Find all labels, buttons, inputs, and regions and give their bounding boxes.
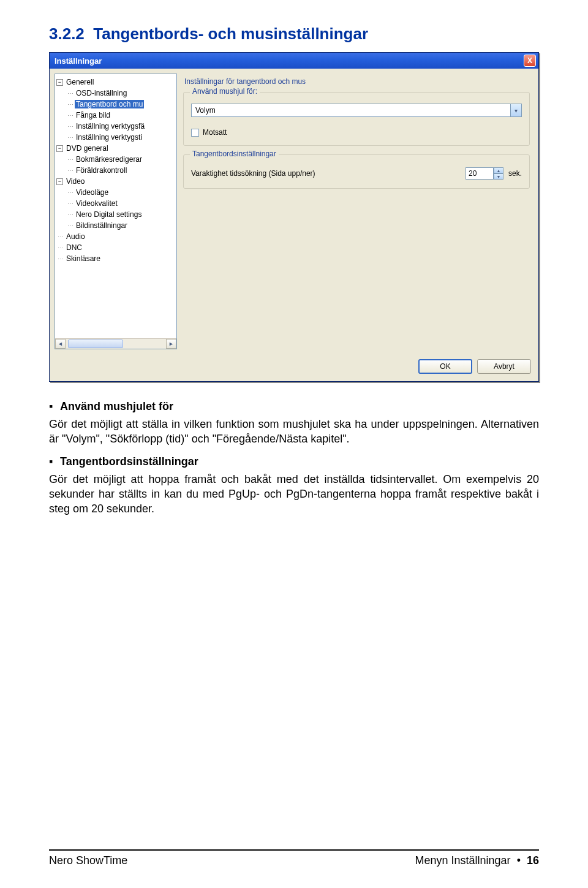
scroll-thumb[interactable] (68, 340, 123, 348)
group-mousewheel-title: Använd mushjul för: (190, 87, 260, 96)
bullet2-label: Tangentbordsinställningar (60, 455, 198, 468)
paragraph-2: Gör det möjligt att hoppa framåt och bak… (49, 472, 539, 517)
chevron-down-icon[interactable]: ▾ (511, 104, 522, 117)
tree-item-label: OSD-inställning (75, 89, 128, 97)
tree-item[interactable]: ⋯Bokmärkesredigerar (56, 154, 175, 165)
spin-up-icon[interactable]: ▲ (494, 167, 503, 173)
tree-item-label: Audio (65, 232, 86, 241)
tree-item[interactable]: ⋯OSD-inställning (56, 88, 175, 99)
cancel-button[interactable]: Avbryt (477, 359, 531, 374)
tree-item-label: Videoläge (75, 188, 110, 197)
mousewheel-dropdown-value: Volym (191, 104, 511, 117)
page-footer: Nero ShowTime Menyn Inställningar • 16 (49, 849, 539, 867)
group-keyboard-title: Tangentbordsinställningar (190, 150, 279, 158)
tree-item-label: DVD general (65, 144, 110, 153)
seek-duration-unit: sek. (508, 169, 522, 178)
close-icon[interactable]: X (524, 55, 536, 67)
scroll-left-icon[interactable]: ◄ (55, 339, 66, 349)
footer-right: Menyn Inställningar • 16 (415, 854, 539, 867)
body-text: ▪ Använd mushjulet för Gör det möjligt a… (49, 400, 539, 516)
tree-item[interactable]: ⋯Föräldrakontroll (56, 165, 175, 176)
tree-item[interactable]: ⋯Videoläge (56, 187, 175, 198)
dialog-title: Inställningar (55, 56, 102, 66)
tree-item[interactable]: ⋯Bildinställningar (56, 220, 175, 231)
group-keyboard: Tangentbordsinställningar Varaktighet ti… (183, 154, 530, 189)
tree-item[interactable]: −DVD general (56, 143, 175, 154)
seek-duration-input[interactable]: 20 (466, 167, 494, 180)
tree-item[interactable]: ⋯Nero Digital settings (56, 209, 175, 220)
tree-item[interactable]: ⋯Skinläsare (56, 253, 175, 264)
tree-item-label: Inställning verktygsti (75, 133, 143, 142)
tree-item-label: Video (65, 177, 86, 186)
tree-expander-icon[interactable]: − (56, 178, 63, 185)
tree-item-label: Tangentbord och mu (75, 100, 144, 108)
settings-tree[interactable]: −Generell⋯OSD-inställning⋯Tangentbord oc… (55, 74, 177, 349)
tree-item-label: Skinläsare (65, 254, 102, 263)
spin-down-icon[interactable]: ▼ (494, 173, 503, 180)
tree-horizontal-scrollbar[interactable]: ◄ ► (55, 338, 176, 349)
dialog-button-bar: OK Avbryt (50, 354, 538, 381)
ok-button[interactable]: OK (418, 359, 472, 374)
tree-item[interactable]: ⋯DNC (56, 242, 175, 253)
tree-item[interactable]: −Generell (56, 77, 175, 88)
bullet-icon: ▪ (49, 400, 60, 413)
paragraph-1: Gör det möjligt att ställa in vilken fun… (49, 417, 539, 447)
tree-item-label: Bokmärkesredigerar (75, 155, 143, 164)
scroll-right-icon[interactable]: ► (166, 339, 176, 349)
tree-item-label: Fånga bild (75, 111, 111, 120)
tree-item[interactable]: ⋯Inställning verktygsfä (56, 121, 175, 132)
tree-item-label: Inställning verktygsfä (75, 122, 146, 131)
tree-item-label: Generell (65, 78, 95, 86)
tree-item[interactable]: ⋯Fånga bild (56, 110, 175, 121)
scroll-track[interactable] (66, 339, 166, 349)
tree-item-label: Nero Digital settings (75, 210, 143, 219)
tree-item[interactable]: ⋯Videokvalitet (56, 198, 175, 209)
bullet1-label: Använd mushjulet för (60, 400, 173, 413)
settings-content: Inställningar för tangentbord och mus An… (182, 74, 533, 349)
bullet-icon: ▪ (49, 455, 60, 468)
tree-expander-icon[interactable]: − (56, 79, 63, 86)
section-heading: 3.2.2 Tangentbords- och musinställningar (49, 25, 539, 44)
footer-rule (49, 849, 539, 851)
seek-duration-label: Varaktighet tidssökning (Sida upp/ner) (191, 169, 466, 178)
dialog-titlebar[interactable]: Inställningar X (50, 53, 538, 69)
settings-dialog: Inställningar X −Generell⋯OSD-inställnin… (49, 52, 539, 382)
tree-item[interactable]: −Video (56, 176, 175, 187)
section-title: Tangentbords- och musinställningar (93, 25, 368, 43)
tree-item-label: DNC (65, 243, 83, 252)
tree-item[interactable]: ⋯Audio (56, 231, 175, 242)
footer-product: Nero ShowTime (49, 854, 127, 867)
mousewheel-dropdown[interactable]: Volym ▾ (191, 104, 522, 117)
tree-item[interactable]: ⋯Inställning verktygsti (56, 132, 175, 143)
tree-item-label: Videokvalitet (75, 199, 119, 208)
tree-item-label: Föräldrakontroll (75, 166, 128, 175)
panel-heading: Inställningar för tangentbord och mus (184, 77, 530, 86)
tree-item-label: Bildinställningar (75, 221, 129, 230)
opposite-checkbox[interactable] (191, 129, 199, 137)
opposite-checkbox-label: Motsatt (203, 128, 227, 137)
group-mousewheel: Använd mushjul för: Volym ▾ Motsatt (183, 92, 530, 146)
tree-item[interactable]: ⋯Tangentbord och mu (56, 99, 175, 110)
section-number: 3.2.2 (49, 25, 85, 43)
page-number: 16 (527, 854, 539, 867)
tree-expander-icon[interactable]: − (56, 145, 63, 152)
